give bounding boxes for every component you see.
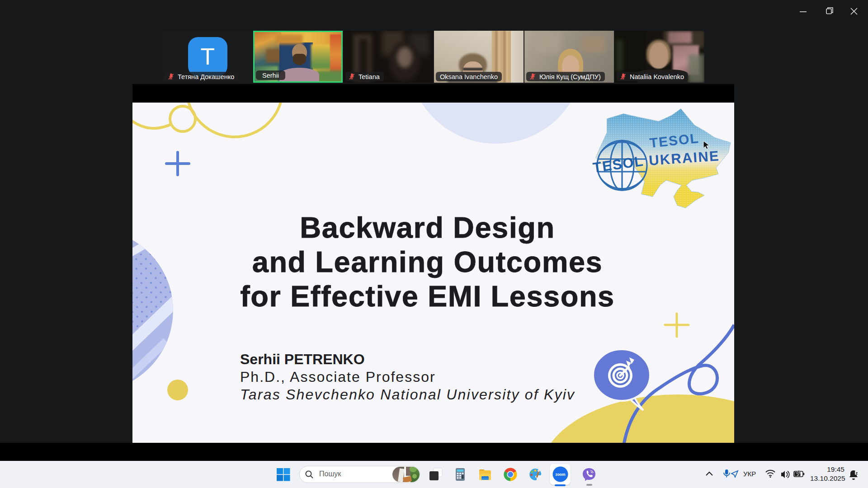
svg-text:z: z	[856, 470, 858, 475]
svg-text:УКР: УКР	[743, 470, 756, 478]
svg-text:zoom: zoom	[555, 472, 566, 477]
